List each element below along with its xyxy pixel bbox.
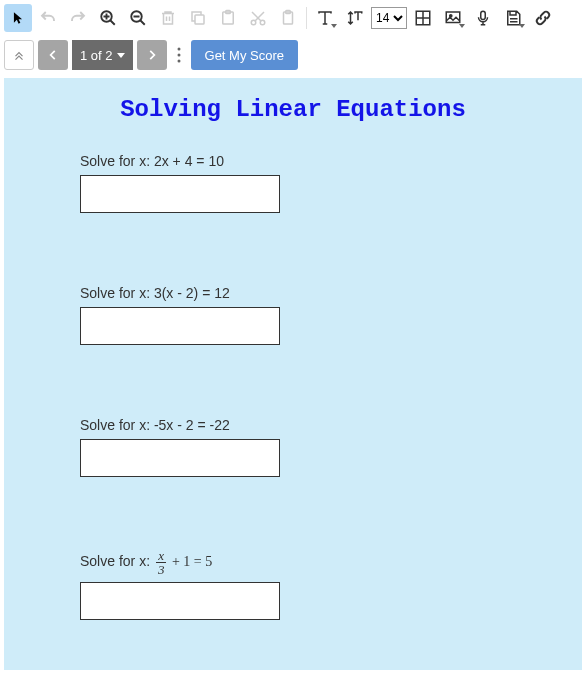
copy-button[interactable]	[184, 4, 212, 32]
toolbar-divider	[306, 7, 307, 29]
problem-2: Solve for x: 3(x - 2) = 12	[80, 285, 582, 345]
clipboard-button[interactable]	[274, 4, 302, 32]
svg-point-14	[177, 54, 180, 57]
redo-button[interactable]	[64, 4, 92, 32]
line-spacing-tool[interactable]	[341, 4, 369, 32]
nav-bar: 1 of 2 Get My Score	[0, 36, 586, 78]
problem-prompt: Solve for x: x3 + 1 = 5	[80, 549, 582, 576]
undo-button[interactable]	[34, 4, 62, 32]
text-tool[interactable]	[311, 4, 339, 32]
answer-input-2[interactable]	[80, 307, 280, 345]
svg-rect-12	[481, 11, 486, 19]
zoom-out-button[interactable]	[124, 4, 152, 32]
cut-button[interactable]	[244, 4, 272, 32]
problem-1: Solve for x: 2x + 4 = 10	[80, 153, 582, 213]
svg-point-15	[177, 60, 180, 63]
worksheet-title: Solving Linear Equations	[4, 96, 582, 123]
svg-point-13	[177, 48, 180, 51]
caret-down-icon	[117, 53, 125, 58]
prev-page-button[interactable]	[38, 40, 68, 70]
page-label: 1 of 2	[80, 48, 113, 63]
answer-input-1[interactable]	[80, 175, 280, 213]
toolbar: 14	[0, 0, 586, 36]
problem-prompt: Solve for x: 2x + 4 = 10	[80, 153, 582, 169]
problem-4: Solve for x: x3 + 1 = 5	[80, 549, 582, 620]
save-tool[interactable]	[499, 4, 527, 32]
delete-button[interactable]	[154, 4, 182, 32]
microphone-tool[interactable]	[469, 4, 497, 32]
answer-input-3[interactable]	[80, 439, 280, 477]
get-score-button[interactable]: Get My Score	[191, 40, 298, 70]
page-indicator[interactable]: 1 of 2	[72, 40, 133, 70]
next-page-button[interactable]	[137, 40, 167, 70]
answer-input-4[interactable]	[80, 582, 280, 620]
image-tool[interactable]	[439, 4, 467, 32]
worksheet: Solving Linear Equations Solve for x: 2x…	[4, 78, 582, 670]
paste-button[interactable]	[214, 4, 242, 32]
more-menu-button[interactable]	[171, 40, 187, 70]
pointer-tool[interactable]	[4, 4, 32, 32]
problem-prompt: Solve for x: -5x - 2 = -22	[80, 417, 582, 433]
font-size-select[interactable]: 14	[371, 7, 407, 29]
link-tool[interactable]	[529, 4, 557, 32]
problem-prompt: Solve for x: 3(x - 2) = 12	[80, 285, 582, 301]
zoom-in-button[interactable]	[94, 4, 122, 32]
svg-rect-2	[195, 15, 204, 24]
table-tool[interactable]	[409, 4, 437, 32]
collapse-button[interactable]	[4, 40, 34, 70]
problem-3: Solve for x: -5x - 2 = -22	[80, 417, 582, 477]
